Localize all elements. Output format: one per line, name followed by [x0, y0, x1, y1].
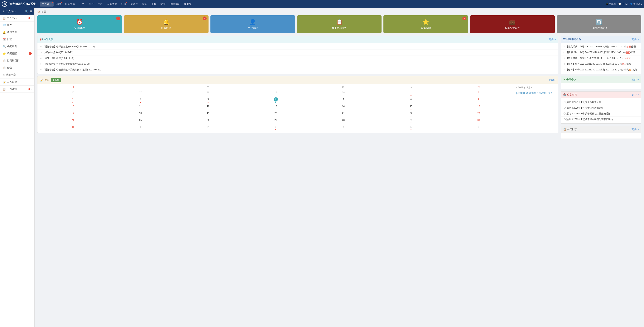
notice-more-link[interactable]: 更多>> [548, 38, 556, 41]
my-application-item[interactable]: ◇【费用报销】单号:FA-20231203-001,日期:2023-12-03，… [561, 50, 641, 55]
dashboard-card-待办/处理[interactable]: 1 ⏰ 待办/处理 [37, 15, 122, 33]
cal-day[interactable]: 27 [242, 117, 310, 124]
cal-day[interactable]: 4 [106, 96, 174, 103]
cal-day[interactable]: 2 [174, 124, 242, 131]
cal-day[interactable]: 18 [106, 110, 174, 117]
top-nav-right-item[interactable]: 👤 管理员 ▾ [630, 2, 642, 6]
cal-day[interactable]: 7 [310, 96, 377, 103]
document-item[interactable]: ◇[信呼〔2019〕1号]关于任命磐石为董事长通知 [561, 117, 641, 122]
cal-day[interactable]: 12 [174, 103, 242, 110]
sidebar-item-日程[interactable]: 📅 日程 [0, 36, 34, 43]
sidebar-item-单据提醒[interactable]: ⭐ 单据提醒 1 [0, 50, 34, 57]
sidebar-item-工作计划[interactable]: 📋 工作计划 ▸ [0, 86, 34, 93]
dashboard-card-单据异常监控[interactable]: 💼 单据异常监控 [470, 15, 555, 33]
system-log-more[interactable]: 更多>> [632, 128, 639, 131]
cal-day[interactable]: 17 [39, 110, 106, 117]
cal-day[interactable]: 31 [39, 124, 106, 131]
nav-item-人事考勤[interactable]: 人事考勤 [105, 1, 119, 6]
dashboard-card-用户管理[interactable]: 👤 用户管理 [210, 15, 295, 33]
my-application-item[interactable]: ◇【转正申请】单号:HA-20231201-001,日期:2023-12-01，… [561, 55, 641, 61]
notice-item[interactable]: ◇【通知公告】你们觉得这个系统如何？(投票)(2023-07-10) [38, 67, 558, 72]
notice-item[interactable]: ◇【规则制度】关于写日报制度说明(2016-07-08) [38, 61, 558, 67]
cal-day[interactable]: 13 [242, 103, 310, 110]
top-nav-right-item[interactable]: 💬 REIM [618, 3, 628, 5]
cal-day[interactable]: 28 [310, 117, 377, 124]
nav-item-客户[interactable]: 客户 [86, 1, 96, 6]
cal-day[interactable]: 6 [445, 124, 512, 131]
document-item[interactable]: ◇[信呼〔2020〕1号]关于国庆放假通知 [561, 105, 641, 111]
cal-day[interactable]: 22 [377, 110, 445, 117]
sidebar-item-会议[interactable]: 📋 会议 ▸ [0, 64, 34, 71]
cal-day[interactable]: 10 [39, 103, 106, 110]
cal-day[interactable]: 21 [310, 110, 377, 117]
cal-day[interactable]: 5 [174, 96, 242, 103]
nav-item-财务[interactable]: 财务 [140, 1, 149, 6]
nav-item-流程模块[interactable]: 流程模块 [168, 1, 182, 6]
dashboard-card-提醒信息[interactable]: 7 🔔 提醒信息 [124, 15, 208, 33]
notepad-more-link[interactable]: 更多>> [548, 78, 556, 82]
cal-day[interactable]: 19 [174, 110, 242, 117]
cal-day[interactable]: 26 [39, 90, 106, 96]
sidebar-menu-icon[interactable]: ☰ [30, 10, 32, 13]
cal-day[interactable]: 29 [242, 90, 310, 96]
nav-item-流程[interactable]: 流程 [54, 1, 63, 6]
nav-item-进销存[interactable]: 进销存 [128, 1, 140, 6]
cal-day[interactable]: 6 [242, 96, 310, 103]
cal-day[interactable]: 5 [377, 124, 445, 131]
nav-item-任务资源[interactable]: 任务资源 [63, 1, 77, 6]
cal-day[interactable]: 20 [242, 110, 310, 117]
cal-day[interactable]: 28 [174, 90, 242, 96]
cal-day[interactable]: 11 [106, 103, 174, 110]
calendar-event-item[interactable]: [08:10](日程)检查当月是否缴社保了 [516, 91, 556, 95]
document-query-more[interactable]: 更多>> [632, 93, 639, 96]
dashboard-card-单据提醒[interactable]: 1 ⭐ 单据提醒 [384, 15, 468, 33]
notice-item[interactable]: ◇【通知公告】测试(2023-11-23) [38, 55, 558, 61]
cal-day[interactable]: 29 [377, 117, 445, 124]
cal-day[interactable]: 3 [242, 124, 310, 131]
sidebar-item-个人中心[interactable]: 📋 个人中心 ▸ [0, 14, 34, 22]
nav-item-系统[interactable]: ⚙ 系统 [182, 1, 194, 6]
cal-day[interactable]: 26 [174, 117, 242, 124]
logo[interactable]: 信 信呼协同办公OA系统 [2, 1, 36, 7]
notice-item[interactable]: ◇【通知公告】test(2023-11-23) [38, 50, 558, 55]
top-nav-right-item[interactable]: 📱 手机版 [606, 2, 616, 6]
cal-day[interactable]: 24 [39, 117, 106, 124]
sidebar-item-通知公告[interactable]: 🔔 通知公告 [0, 29, 34, 36]
nav-item-工程[interactable]: 工程 [150, 1, 158, 6]
sidebar-item-我的考勤[interactable]: ⊙ 我的考勤 ▸ [0, 71, 34, 78]
nav-item-物业[interactable]: 物业 [158, 1, 168, 6]
sidebar-item-订阅和回执[interactable]: 📋 订阅和回执 ▸ [0, 57, 34, 64]
today-meeting-more[interactable]: 更多>> [632, 78, 639, 81]
nav-item-公文[interactable]: 公文 [78, 1, 86, 6]
dashboard-card-198秒后刷新>>[interactable]: 🔄 198秒后刷新>> [557, 15, 641, 33]
document-item[interactable]: ◇[厦门〔2019〕1号]关于调整社保基数的通知 [561, 111, 641, 117]
sidebar-search-icon[interactable]: 🔍 [25, 10, 28, 13]
cal-day[interactable]: 4 [310, 124, 377, 131]
cal-day[interactable]: 1 [106, 124, 174, 131]
nav-item-个人办公[interactable]: 个人办公 [40, 1, 54, 6]
my-application-item[interactable]: ◇【任务】单号:XW-20231130-002,日期:2023-11-30，待大… [561, 67, 641, 72]
cal-day[interactable]: 30 [310, 90, 377, 96]
my-application-item[interactable]: ◇【物品采购】单号:WB-20231130-001,日期:2023-11-30，… [561, 44, 641, 50]
sidebar-item-工作日报[interactable]: 📝 工作日报 ▸ [0, 78, 34, 86]
cal-day[interactable]: 2 [445, 90, 512, 96]
cal-day[interactable]: 1 [377, 90, 445, 96]
sidebar-item-邮件[interactable]: ✉️ 邮件 [0, 22, 34, 29]
nav-item-行政[interactable]: 行政 [119, 1, 128, 6]
cal-day[interactable]: 23 [445, 110, 512, 117]
cal-day[interactable]: 9 [445, 96, 512, 103]
my-applications-more[interactable]: 更多>> [632, 38, 639, 41]
notice-item[interactable]: ◇【通知公告】信呼更新发布V2.6.0版本(2023-07-14) [38, 44, 558, 50]
dashboard-card-我未完成任务[interactable]: 📋 我未完成任务 [297, 15, 382, 33]
sidebar-item-单据查看[interactable]: 🔍 单据查看 [0, 43, 34, 50]
cal-day[interactable]: 14 [310, 103, 377, 110]
cal-day[interactable]: 8 [377, 96, 445, 103]
my-application-item[interactable]: ◇【任务】单号:XW-20231130-001,日期:2023-11-30，待张… [561, 61, 641, 67]
cal-day[interactable]: 25 [106, 117, 174, 124]
cal-day[interactable]: 3 [39, 96, 106, 103]
cal-day[interactable]: 30 [445, 117, 512, 124]
nav-item-学校[interactable]: 学校 [96, 1, 105, 6]
cal-day[interactable]: 27 [106, 90, 174, 96]
document-item[interactable]: ◇[信呼〔2021〕1号]关于台风来公告 [561, 99, 641, 105]
cal-day[interactable]: 15 [377, 103, 445, 110]
